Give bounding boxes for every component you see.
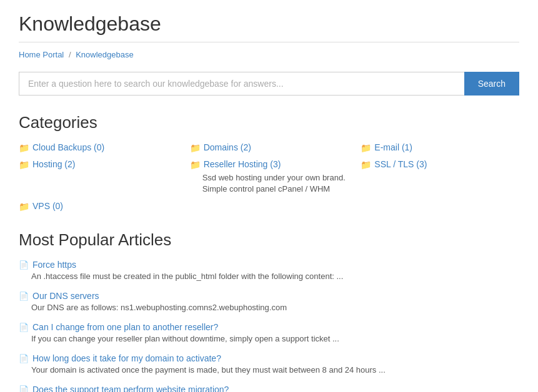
categories-title: Categories xyxy=(19,113,519,132)
articles-list: 📄 Force https An .htaccess file must be … xyxy=(19,260,519,392)
category-item: 📁 SSL / TLS (3) xyxy=(361,159,519,195)
list-item: 📄 How long does it take for my domain to… xyxy=(19,353,519,375)
article-excerpt: Our DNS are as follows: ns1.webuphosting… xyxy=(31,303,519,312)
category-item-empty xyxy=(361,201,519,212)
folder-icon: 📁 xyxy=(361,160,371,170)
article-excerpt: An .htaccess file must be created in the… xyxy=(31,272,519,281)
article-link[interactable]: 📄 Does the support team perform website … xyxy=(19,385,519,392)
category-item: 📁 Hosting (2) xyxy=(19,159,177,195)
category-item: 📁 VPS (0) xyxy=(19,201,177,212)
popular-articles-section: Most Popular Articles 📄 Force https An .… xyxy=(19,230,519,392)
list-item: 📄 Can I change from one plan to another … xyxy=(19,322,519,343)
folder-icon: 📁 xyxy=(19,143,29,153)
folder-icon: 📁 xyxy=(190,160,201,170)
category-link[interactable]: 📁 E-mail (1) xyxy=(361,142,519,153)
article-icon: 📄 xyxy=(19,260,29,270)
breadcrumb-current-link[interactable]: Knowledgebase xyxy=(76,50,134,59)
breadcrumb-separator: / xyxy=(69,50,71,59)
search-input[interactable] xyxy=(19,72,464,96)
search-bar: Search xyxy=(19,72,519,96)
article-excerpt: Your domain is activated once the paymen… xyxy=(31,365,519,375)
article-icon: 📄 xyxy=(19,323,29,332)
folder-icon: 📁 xyxy=(19,160,29,170)
page-title: Knowledgebase xyxy=(19,12,519,36)
category-item: 📁 E-mail (1) xyxy=(361,142,519,153)
category-link[interactable]: 📁 Hosting (2) xyxy=(19,159,177,170)
category-link[interactable]: 📁 Domains (2) xyxy=(190,142,349,153)
popular-articles-title: Most Popular Articles xyxy=(19,230,519,250)
list-item: 📄 Our DNS servers Our DNS are as follows… xyxy=(19,291,519,312)
list-item: 📄 Does the support team perform website … xyxy=(19,385,519,392)
category-item: 📁 Reseller Hosting (3) Ssd web hosting u… xyxy=(190,159,349,195)
article-link[interactable]: 📄 Our DNS servers xyxy=(19,291,519,301)
article-excerpt: If you can change your reseller plan wit… xyxy=(31,334,519,343)
article-icon: 📄 xyxy=(19,354,29,363)
category-link[interactable]: 📁 Reseller Hosting (3) xyxy=(190,159,349,170)
article-link[interactable]: 📄 How long does it take for my domain to… xyxy=(19,353,519,363)
folder-icon: 📁 xyxy=(190,143,201,153)
article-link[interactable]: 📄 Force https xyxy=(19,260,519,270)
breadcrumb: Home Portal / Knowledgebase xyxy=(19,50,519,59)
title-divider xyxy=(19,42,519,42)
category-link[interactable]: 📁 VPS (0) xyxy=(19,201,177,212)
article-link[interactable]: 📄 Can I change from one plan to another … xyxy=(19,322,519,332)
breadcrumb-home-link[interactable]: Home Portal xyxy=(19,50,64,59)
list-item: 📄 Force https An .htaccess file must be … xyxy=(19,260,519,281)
article-icon: 📄 xyxy=(19,385,29,392)
category-link[interactable]: 📁 SSL / TLS (3) xyxy=(361,159,519,170)
category-item-empty xyxy=(190,201,349,212)
article-icon: 📄 xyxy=(19,292,29,301)
category-desc: Ssd web hosting under your own brand. Si… xyxy=(202,172,349,195)
category-link[interactable]: 📁 Cloud Backups (0) xyxy=(19,142,177,153)
category-item: 📁 Domains (2) xyxy=(190,142,349,153)
folder-icon: 📁 xyxy=(361,143,371,153)
search-button[interactable]: Search xyxy=(464,72,519,96)
folder-icon: 📁 xyxy=(19,202,29,212)
category-item: 📁 Cloud Backups (0) xyxy=(19,142,177,153)
categories-grid: 📁 Cloud Backups (0) 📁 Domains (2) 📁 E-ma… xyxy=(19,142,519,212)
